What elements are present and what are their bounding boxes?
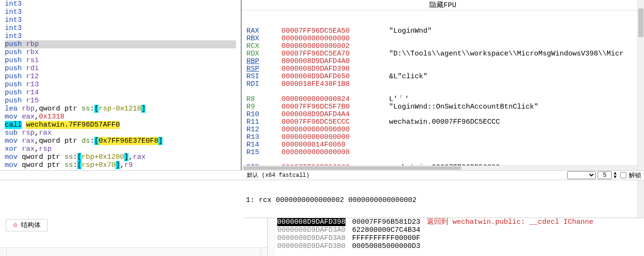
register-row[interactable]: RCX 0000000000000002 (246, 43, 639, 50)
callconv-bar: 默认 (x64 fastcall) ▲▼ 解锁 (0, 171, 644, 180)
asm-line[interactable]: mov rax,qword ptr ds:[0x7FF96E37E0F8] (5, 137, 236, 145)
scroll-thumb[interactable] (638, 9, 644, 37)
hide-fpu-link[interactable]: 隐藏FPU (242, 0, 644, 10)
registers-panel[interactable]: 隐藏FPU RAX 00007FF96DC5EA50 "LoginWnd"RBX… (242, 0, 644, 170)
asm-line[interactable]: push rsi (5, 56, 236, 64)
register-row[interactable]: R12 0000000000000000 (246, 126, 639, 134)
tabstrip (0, 247, 267, 256)
asm-line[interactable]: push r13 (5, 81, 236, 89)
asm-line[interactable]: call wechatwin.7FF96D57AFF0 (5, 121, 236, 129)
asm-line-current[interactable]: push rbp (5, 40, 236, 48)
asm-line[interactable]: push r15 (5, 97, 236, 105)
arguments-panel[interactable]: 1: rcx 0000000000000002 0000000000000002… (244, 180, 644, 218)
scroll-thumb[interactable] (244, 166, 461, 170)
register-row[interactable]: RBX 0000000000000000 (246, 35, 639, 43)
register-row[interactable]: RSI 0000008D9DAFD650 &L"click" (246, 73, 639, 81)
register-row[interactable]: RAX 00007FF96DC5EA50 "LoginWnd" (246, 27, 639, 35)
asm-line[interactable]: mov eax,0x1318 (5, 113, 236, 121)
tab-struct[interactable]: ⚙ 结构体 (6, 219, 48, 231)
register-row[interactable]: RSP 0000008D9DAFD398 (246, 65, 639, 73)
asm-line[interactable]: push rbx (5, 48, 236, 56)
vscrollbar[interactable] (637, 180, 644, 218)
disassembly-panel[interactable]: int3 int3 int3 int3 int3 push rbp push r… (0, 0, 242, 170)
asm-line[interactable]: push r12 (5, 73, 236, 81)
stack-comment (427, 226, 641, 234)
asm-line[interactable]: int3 (5, 16, 236, 24)
register-row[interactable]: R13 0000000000000000 (246, 134, 639, 141)
asm-line[interactable]: push r14 (5, 89, 236, 97)
stack-comment (427, 234, 641, 242)
spinner-icon[interactable]: ▲▼ (614, 172, 617, 179)
arg-count-input[interactable] (598, 171, 612, 179)
stack-value[interactable]: 622800000C7C4B34 (352, 226, 420, 234)
stack-value[interactable]: FFFFFFFFFF00000F (352, 234, 420, 242)
register-row[interactable]: RDI 0000018FE438F1B8 (246, 81, 639, 88)
lower-left-panel: ⚙ 结构体 (0, 218, 268, 256)
register-row[interactable]: R8 0000000000000824 L'ࠤ' (246, 96, 639, 103)
stack-addr[interactable]: 0000008D9DAFD3A0 (277, 226, 345, 234)
register-row[interactable]: R10 0000008D9DAFD4A4 (246, 111, 639, 119)
stack-addr[interactable]: 0000008D9DAFD3B0 (277, 242, 345, 250)
asm-line[interactable]: int3 (5, 0, 236, 8)
stack-value[interactable]: 00050085000000D3 (352, 242, 420, 250)
register-row[interactable]: R11 00007FF96DC5ECCC wechatwin.00007FF96… (246, 119, 639, 126)
hscrollbar[interactable] (242, 165, 637, 170)
stack-comment: 返回到 wechatwin.public: __cdecl IChanne (427, 218, 641, 226)
asm-line[interactable]: lea rbp,qword ptr ss:[rsp-0x1218] (5, 105, 236, 113)
asm-line[interactable]: sub rsp,rax (5, 129, 236, 137)
stack-comment (427, 242, 641, 250)
asm-line[interactable]: push rdi (5, 64, 236, 73)
asm-line[interactable]: xor rax,rsp (5, 145, 236, 153)
register-row[interactable]: RDX 00007FF96DC5EA70 "D:\\Tools\\agent\\… (246, 50, 639, 58)
asm-line[interactable]: int3 (5, 8, 236, 16)
stack-addr[interactable]: 0000008D9DAFD3A8 (277, 234, 345, 242)
register-row[interactable]: R14 0000000014F0060 (246, 141, 639, 149)
stack-addr[interactable]: 0000008D9DAFD398 (277, 218, 345, 226)
register-row[interactable]: RBP 0000008D9DAFD4A0 (246, 58, 639, 65)
asm-line[interactable]: mov qword ptr ss:[rbp+0x1200],rax (5, 153, 236, 161)
stack-value[interactable]: 00007FF96B581D23 (352, 218, 420, 226)
asm-line[interactable]: int3 (5, 32, 236, 40)
arg-row[interactable]: 1: rcx 0000000000000002 0000000000000002 (246, 196, 642, 204)
unlock-checkbox[interactable]: 解锁 (618, 171, 641, 180)
tab-label: 结构体 (21, 221, 41, 229)
callconv-label: 默认 (x64 fastcall) (247, 171, 309, 179)
stack-gutter (268, 218, 274, 256)
register-row[interactable]: R9 00007FF96DC5F7B0 "LoginWnd::OnSwitchA… (246, 103, 639, 111)
vscrollbar[interactable] (637, 0, 644, 170)
tab-scroll-left[interactable] (0, 248, 7, 256)
tab-scroll-right[interactable] (261, 248, 267, 256)
callconv-select[interactable] (567, 171, 596, 179)
asm-line[interactable]: mov qword ptr ss:[rsp+0x70],r9 (5, 161, 236, 169)
asm-line[interactable]: int3 (5, 24, 236, 32)
register-row[interactable]: R15 0000000000000000 (246, 149, 639, 156)
stack-panel[interactable]: 0000008D9DAFD3980000008D9DAFD3A00000008D… (268, 218, 644, 256)
struct-icon: ⚙ (13, 222, 18, 229)
